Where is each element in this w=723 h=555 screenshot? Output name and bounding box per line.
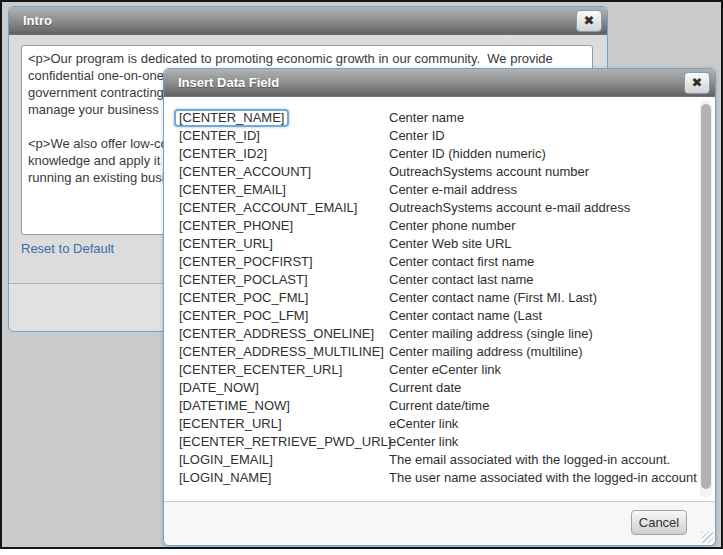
- field-token-link[interactable]: [CENTER_ADDRESS_MULTILINE]: [174, 343, 389, 361]
- resize-grip-icon[interactable]: [701, 531, 713, 543]
- field-token-cell: [CENTER_ECENTER_URL]: [179, 361, 389, 379]
- field-description: Center ID (hidden numeric): [389, 145, 697, 163]
- field-list: [CENTER_NAME]Center name[CENTER_ID]Cente…: [164, 97, 697, 501]
- field-description: The email associated with the logged-in …: [389, 451, 697, 469]
- field-row: [LOGIN_EMAIL]The email associated with t…: [179, 451, 697, 469]
- field-token-link[interactable]: [ECENTER_URL]: [174, 415, 287, 433]
- field-token-link[interactable]: [CENTER_POCLAST]: [174, 271, 313, 289]
- modal-overlay: Intro ✖ <p>Our program is dedicated to p…: [0, 0, 723, 549]
- insert-close-button[interactable]: ✖: [684, 72, 710, 94]
- field-token-cell: [CENTER_ADDRESS_MULTILINE]: [179, 343, 389, 361]
- field-row: [CENTER_URL]Center Web site URL: [179, 235, 697, 253]
- field-token-link[interactable]: [CENTER_ADDRESS_ONELINE]: [174, 325, 379, 343]
- field-token-link[interactable]: [CENTER_ACCOUNT_EMAIL]: [174, 199, 362, 217]
- field-token-cell: [CENTER_POC_FML]: [179, 289, 389, 307]
- field-row: [CENTER_POC_LFM]Center contact name (Las…: [179, 307, 697, 325]
- field-row: [CENTER_ID]Center ID: [179, 127, 697, 145]
- field-token-cell: [ECENTER_URL]: [179, 415, 389, 433]
- field-token-cell: [CENTER_PHONE]: [179, 217, 389, 235]
- intro-dialog-titlebar[interactable]: Intro ✖: [9, 7, 607, 35]
- scrollbar-track[interactable]: [700, 100, 712, 498]
- field-description: Center contact first name: [389, 253, 697, 271]
- field-row: [ECENTER_URL]eCenter link: [179, 415, 697, 433]
- intro-close-button[interactable]: ✖: [576, 10, 602, 32]
- field-token-link[interactable]: [CENTER_ACCOUNT]: [174, 163, 316, 181]
- field-description: Center phone number: [389, 217, 697, 235]
- field-description: Center mailing address (single line): [389, 325, 697, 343]
- field-description: Current date/time: [389, 397, 697, 415]
- field-token-link[interactable]: [CENTER_POC_FML]: [174, 289, 313, 307]
- field-token-link[interactable]: [CENTER_ID2]: [174, 145, 272, 163]
- field-token-cell: [CENTER_NAME]: [179, 109, 389, 127]
- field-description: Center contact name (Last: [389, 307, 697, 325]
- field-token-cell: [ECENTER_RETRIEVE_PWD_URL]: [179, 433, 389, 451]
- field-token-link[interactable]: [CENTER_NAME]: [174, 109, 289, 127]
- field-row: [CENTER_PHONE]Center phone number: [179, 217, 697, 235]
- field-row: [CENTER_ID2]Center ID (hidden numeric): [179, 145, 697, 163]
- scrollbar-thumb[interactable]: [701, 104, 711, 489]
- insert-data-field-dialog: Insert Data Field ✖ [CENTER_NAME]Center …: [163, 68, 716, 546]
- field-token-link[interactable]: [CENTER_ID]: [174, 127, 265, 145]
- field-row: [CENTER_ACCOUNT_EMAIL]OutreachSystems ac…: [179, 199, 697, 217]
- field-token-link[interactable]: [ECENTER_RETRIEVE_PWD_URL]: [174, 433, 396, 451]
- field-token-cell: [CENTER_ACCOUNT]: [179, 163, 389, 181]
- field-row: [LOGIN_NAME]The user name associated wit…: [179, 469, 697, 487]
- field-token-link[interactable]: [CENTER_POCFIRST]: [174, 253, 318, 271]
- field-token-link[interactable]: [CENTER_URL]: [174, 235, 278, 253]
- insert-dialog-footer: Cancel: [164, 501, 715, 545]
- field-token-link[interactable]: [CENTER_PHONE]: [174, 217, 298, 235]
- field-description: The user name associated with the logged…: [389, 469, 697, 487]
- field-token-cell: [LOGIN_NAME]: [179, 469, 389, 487]
- field-description: Center name: [389, 109, 697, 127]
- field-token-link[interactable]: [CENTER_POC_LFM]: [174, 307, 313, 325]
- field-token-cell: [CENTER_POC_LFM]: [179, 307, 389, 325]
- field-row: [CENTER_POC_FML]Center contact name (Fir…: [179, 289, 697, 307]
- field-row: [CENTER_POCLAST]Center contact last name: [179, 271, 697, 289]
- field-description: eCenter link: [389, 433, 697, 451]
- field-token-link[interactable]: [DATETIME_NOW]: [174, 397, 295, 415]
- field-row: [CENTER_POCFIRST]Center contact first na…: [179, 253, 697, 271]
- field-row: [CENTER_ADDRESS_ONELINE]Center mailing a…: [179, 325, 697, 343]
- insert-dialog-titlebar[interactable]: Insert Data Field ✖: [164, 69, 715, 97]
- field-token-link[interactable]: [LOGIN_NAME]: [174, 469, 276, 487]
- field-row: [DATE_NOW]Current date: [179, 379, 697, 397]
- field-row: [ECENTER_RETRIEVE_PWD_URL]eCenter link: [179, 433, 697, 451]
- field-description: Center contact last name: [389, 271, 697, 289]
- field-token-cell: [CENTER_EMAIL]: [179, 181, 389, 199]
- close-icon: ✖: [584, 13, 595, 28]
- field-description: Center e-mail address: [389, 181, 697, 199]
- field-description: Center contact name (First MI. Last): [389, 289, 697, 307]
- field-token-cell: [CENTER_ACCOUNT_EMAIL]: [179, 199, 389, 217]
- field-row: [CENTER_EMAIL]Center e-mail address: [179, 181, 697, 199]
- field-row: [CENTER_ADDRESS_MULTILINE]Center mailing…: [179, 343, 697, 361]
- field-token-cell: [DATE_NOW]: [179, 379, 389, 397]
- close-icon: ✖: [692, 75, 703, 90]
- reset-to-default-link[interactable]: Reset to Default: [21, 241, 114, 256]
- insert-dialog-title: Insert Data Field: [164, 69, 279, 96]
- field-description: eCenter link: [389, 415, 697, 433]
- field-description: Center mailing address (multiline): [389, 343, 697, 361]
- field-token-cell: [CENTER_ID2]: [179, 145, 389, 163]
- field-token-cell: [CENTER_URL]: [179, 235, 389, 253]
- field-row: [CENTER_ACCOUNT]OutreachSystems account …: [179, 163, 697, 181]
- field-description: Center ID: [389, 127, 697, 145]
- field-token-cell: [CENTER_ID]: [179, 127, 389, 145]
- intro-dialog-title: Intro: [9, 7, 52, 34]
- field-description: OutreachSystems account number: [389, 163, 697, 181]
- field-token-link[interactable]: [DATE_NOW]: [174, 379, 264, 397]
- field-description: Center eCenter link: [389, 361, 697, 379]
- field-description: OutreachSystems account e-mail address: [389, 199, 697, 217]
- page: Intro ✖ <p>Our program is dedicated to p…: [0, 0, 723, 555]
- field-description: Center Web site URL: [389, 235, 697, 253]
- field-token-link[interactable]: [LOGIN_EMAIL]: [174, 451, 278, 469]
- cancel-button[interactable]: Cancel: [631, 510, 687, 535]
- field-token-cell: [CENTER_POCLAST]: [179, 271, 389, 289]
- field-token-cell: [CENTER_ADDRESS_ONELINE]: [179, 325, 389, 343]
- field-token-cell: [CENTER_POCFIRST]: [179, 253, 389, 271]
- field-token-link[interactable]: [CENTER_EMAIL]: [174, 181, 291, 199]
- field-row: [DATETIME_NOW]Current date/time: [179, 397, 697, 415]
- field-token-cell: [LOGIN_EMAIL]: [179, 451, 389, 469]
- field-row: [CENTER_NAME]Center name: [179, 109, 697, 127]
- field-token-link[interactable]: [CENTER_ECENTER_URL]: [174, 361, 347, 379]
- field-row: [CENTER_ECENTER_URL]Center eCenter link: [179, 361, 697, 379]
